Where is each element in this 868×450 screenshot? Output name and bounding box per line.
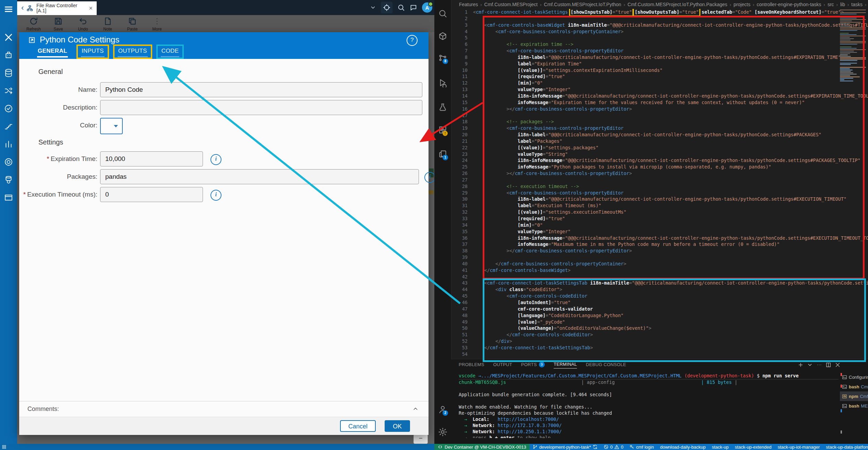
panel-tab-problems[interactable]: PROBLEMS <box>459 362 484 368</box>
canvas-zoom-out-button[interactable]: − <box>413 434 428 444</box>
status-item-stack-up-data-platform[interactable]: stack-up-data-platform <box>823 445 868 450</box>
breadcrumb-item[interactable]: Cmf.Custom.MESProject.IoT.Python.Package… <box>628 2 727 7</box>
bar-chart-icon[interactable] <box>4 140 13 149</box>
expiration-input[interactable]: 10,000 <box>100 151 203 166</box>
info-icon[interactable]: i <box>424 172 434 183</box>
terminal-token: Network: <box>473 423 495 428</box>
plus-icon[interactable] <box>798 362 804 368</box>
chat-icon[interactable] <box>410 4 417 11</box>
search-icon[interactable] <box>438 9 447 18</box>
breadcrumb-item[interactable]: tasks <box>851 2 863 7</box>
terminal-token: Re-optimizing dependencies because lockf… <box>459 410 612 416</box>
mes-application-window: ‹ File Raw Controller [A.1] × A RefreshS… <box>0 0 434 450</box>
breadcrumb-item[interactable]: Cmf.Custom.MESProject.IoT.Python <box>544 2 622 7</box>
remote-indicator[interactable]: Dev Container @ VM-CH-DEVBOX-0013 <box>434 444 530 450</box>
close-icon[interactable]: × <box>85 5 97 12</box>
breadcrumb-item[interactable]: controller-engine-python-tasks <box>757 2 821 7</box>
steps-icon[interactable] <box>4 122 13 131</box>
status-item-development-python-task-[interactable]: development-python-task* <box>530 445 601 450</box>
color-select[interactable] <box>100 118 123 134</box>
timeout-input[interactable]: 0 <box>100 187 203 202</box>
help-icon[interactable]: ? <box>407 35 418 46</box>
code-line[interactable]: 1<cmf-core-connect-iot-taskSettings [sho… <box>451 9 868 15</box>
minimap-line <box>840 12 866 13</box>
mes-header-actions: A <box>370 0 432 15</box>
line-number: 50 <box>451 325 473 332</box>
name-input[interactable]: Python Code <box>100 82 422 97</box>
beaker-icon[interactable] <box>438 103 447 112</box>
panel-tab-output[interactable]: OUTPUT <box>493 362 512 368</box>
terminal-list-item[interactable]: bashMESProj... <box>840 401 868 411</box>
panel-tab-terminal[interactable]: TERMINAL <box>554 362 577 368</box>
cancel-button[interactable]: Cancel <box>340 420 376 432</box>
breadcrumb[interactable]: Features›Cmf.Custom.MESProject›Cmf.Custo… <box>459 0 868 9</box>
tab-general[interactable]: GENERAL <box>34 46 71 57</box>
caret-down-icon[interactable] <box>807 362 813 368</box>
line-number: 38 <box>451 248 473 254</box>
grid-icon[interactable] <box>2 445 7 449</box>
mes-open-tab[interactable]: ‹ File Raw Controller [A.1] × <box>17 1 97 15</box>
crosshair-button[interactable] <box>381 2 393 13</box>
menu-icon[interactable] <box>4 5 13 14</box>
cube-icon[interactable] <box>438 32 447 41</box>
terminal-list-item[interactable]: npmCmf.Cus... <box>840 391 868 401</box>
remote-icon <box>438 445 443 449</box>
search-icon[interactable] <box>397 4 405 11</box>
status-item-stack-up-iot-manager[interactable]: stack-up-iot-manager <box>775 445 823 450</box>
code-token <box>752 9 755 15</box>
settings-gear-icon[interactable] <box>438 427 447 437</box>
breadcrumb-separator: › <box>845 2 851 7</box>
split-icon[interactable] <box>825 362 831 368</box>
packages-input[interactable]: pandas <box>100 169 419 184</box>
line-number: 9 <box>451 61 473 67</box>
tab-code[interactable]: CODE <box>158 46 182 57</box>
caret-down-icon[interactable] <box>370 4 376 11</box>
section-heading-settings: Settings <box>38 138 63 146</box>
integration-icon[interactable] <box>4 86 13 95</box>
line-number: 28 <box>451 183 473 190</box>
breadcrumb-item[interactable]: src <box>828 2 834 7</box>
breadcrumb-item[interactable]: projects <box>734 2 750 7</box>
presence-dot <box>428 2 433 7</box>
back-chevron-icon[interactable]: ‹ <box>17 3 26 13</box>
tab-outputs[interactable]: OUTPUTS <box>115 46 150 57</box>
terminal-list-item[interactable]: bashCmf.Cus... <box>840 382 868 391</box>
terminal-list-item[interactable]: Configuring... <box>840 372 868 382</box>
terminal-token: → <box>478 373 481 378</box>
window-icon[interactable] <box>4 193 13 202</box>
chevron-up-icon[interactable] <box>413 406 418 412</box>
breadcrumb-separator: › <box>750 2 757 7</box>
badge: 1 <box>443 155 448 160</box>
comments-section[interactable]: Comments: <box>19 401 429 417</box>
line-number: 3 <box>451 22 473 28</box>
breadcrumb-item[interactable]: Cmf.Custom.MESProject <box>484 2 538 7</box>
terminal-output[interactable]: vscode →.../MESProject/Features/Cmf.Cust… <box>459 373 839 438</box>
close-icon[interactable] <box>835 362 841 368</box>
globe-check-icon[interactable] <box>4 104 13 113</box>
panel-tab-ports[interactable]: PORTS9 <box>521 362 545 369</box>
run-debug-icon[interactable] <box>438 78 447 87</box>
avatar[interactable]: A <box>422 2 432 13</box>
description-input[interactable] <box>100 100 422 115</box>
ellipsis-icon[interactable] <box>816 362 822 368</box>
status-item-download-daily-backup[interactable]: download-daily-backup <box>657 445 709 450</box>
breadcrumb-item[interactable]: lib <box>840 2 845 7</box>
ok-button[interactable]: OK <box>385 420 410 432</box>
tab-inputs[interactable]: INPUTS <box>78 46 107 57</box>
breadcrumb-item[interactable]: Features <box>459 2 478 7</box>
target-icon[interactable] <box>4 158 13 166</box>
data-view-icon[interactable] <box>4 175 13 184</box>
x-logo-icon[interactable] <box>4 33 13 42</box>
line-number: 1 <box>451 9 473 15</box>
panel-tab-debug-console[interactable]: DEBUG CONSOLE <box>586 362 626 368</box>
database-icon[interactable] <box>4 68 13 77</box>
status-item-stack-up[interactable]: stack-up <box>709 445 732 450</box>
line-number: 32 <box>451 209 473 215</box>
info-icon[interactable]: i <box>210 190 221 201</box>
automation-icon[interactable] <box>4 51 13 60</box>
line-number: 4 <box>451 28 473 35</box>
status-item-0[interactable]: 00 <box>601 445 626 450</box>
info-icon[interactable]: i <box>210 154 221 165</box>
status-item-stack-up-extended[interactable]: stack-up-extended <box>732 445 775 450</box>
status-item-cmf-login[interactable]: cmf login <box>626 445 657 450</box>
